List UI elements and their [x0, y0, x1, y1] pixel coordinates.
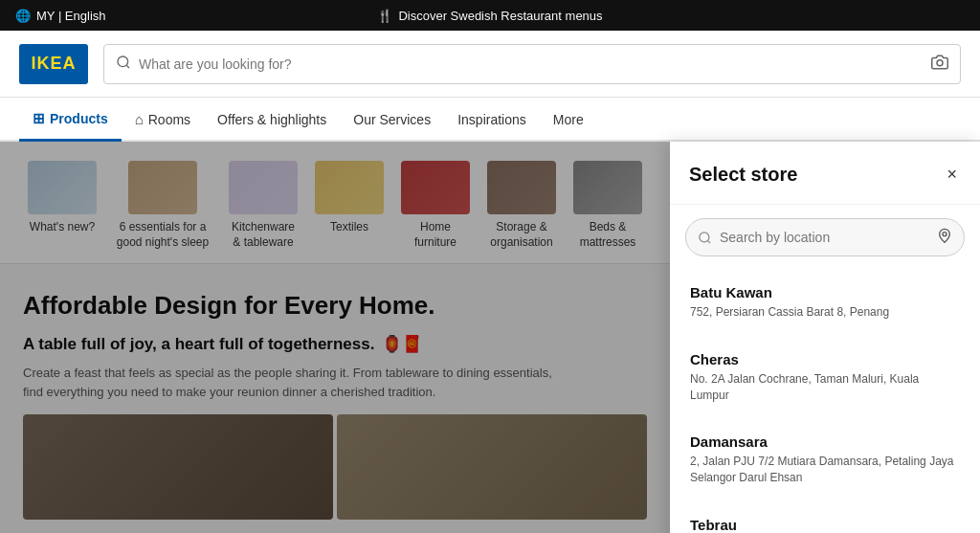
- svg-line-4: [707, 240, 710, 243]
- store-panel: Select store × Batu Kawan 752, Persiaran…: [670, 142, 980, 533]
- store-item[interactable]: Cheras No. 2A Jalan Cochrane, Taman Malu…: [679, 337, 970, 418]
- store-address: No. 2A Jalan Cochrane, Taman Maluri, Kua…: [690, 371, 960, 404]
- store-list: Batu Kawan 752, Persiaran Cassia Barat 8…: [670, 270, 980, 533]
- navigation: ⊞ Products ⌂ Rooms Offers & highlights O…: [0, 98, 980, 142]
- store-item[interactable]: Tebrau No: 33, Jalan Harmonium,, Taman D…: [679, 502, 970, 533]
- announcement-bar: 🌐 MY | English 🍴 Discover Swedish Restau…: [0, 0, 980, 31]
- main-area: What's new? 6 essentials for a good nigh…: [0, 142, 980, 533]
- header: IKEA: [0, 31, 980, 98]
- nav-label-more: More: [553, 112, 584, 127]
- nav-item-more[interactable]: More: [540, 100, 597, 142]
- products-icon: ⊞: [33, 110, 45, 127]
- ikea-logo[interactable]: IKEA: [19, 44, 88, 84]
- store-name: Batu Kawan: [690, 284, 960, 300]
- globe-icon: 🌐: [15, 9, 31, 23]
- location-pin-icon[interactable]: [937, 228, 952, 247]
- nav-label-inspirations: Inspirations: [457, 112, 526, 127]
- close-button[interactable]: ×: [943, 161, 961, 189]
- language-label: MY | English: [36, 9, 106, 23]
- search-input[interactable]: [139, 56, 924, 72]
- nav-item-offers[interactable]: Offers & highlights: [204, 100, 340, 142]
- promo-text: Discover Swedish Restaurant menus: [398, 9, 602, 23]
- store-item[interactable]: Damansara 2, Jalan PJU 7/2 Mutiara Daman…: [679, 419, 970, 500]
- store-item[interactable]: Batu Kawan 752, Persiaran Cassia Barat 8…: [679, 270, 970, 335]
- store-name: Damansara: [690, 433, 960, 450]
- nav-item-products[interactable]: ⊞ Products: [19, 99, 122, 142]
- camera-icon[interactable]: [931, 54, 948, 75]
- panel-title: Select store: [689, 164, 797, 186]
- nav-item-inspirations[interactable]: Inspirations: [444, 100, 540, 142]
- promo-banner: 🍴 Discover Swedish Restaurant menus: [377, 9, 602, 23]
- svg-point-3: [700, 232, 709, 241]
- overlay: [0, 142, 670, 533]
- main-content: What's new? 6 essentials for a good nigh…: [0, 142, 670, 533]
- location-search-bar[interactable]: [685, 218, 965, 256]
- search-icon: [116, 55, 131, 74]
- rooms-icon: ⌂: [135, 111, 144, 127]
- store-name: Cheras: [690, 351, 960, 367]
- fork-icon: 🍴: [377, 9, 392, 23]
- svg-point-5: [943, 233, 947, 236]
- nav-label-services: Our Services: [353, 112, 431, 127]
- store-name: Tebrau: [690, 517, 960, 533]
- store-address: 2, Jalan PJU 7/2 Mutiara Damansara, Peta…: [690, 454, 960, 486]
- nav-label-offers: Offers & highlights: [217, 112, 326, 127]
- nav-label-rooms: Rooms: [148, 112, 190, 127]
- language-selector[interactable]: 🌐 MY | English: [15, 9, 106, 23]
- svg-point-2: [937, 59, 943, 65]
- search-location-icon: [698, 231, 712, 245]
- location-search-input[interactable]: [720, 230, 929, 245]
- nav-item-rooms[interactable]: ⌂ Rooms: [122, 100, 204, 142]
- nav-label-products: Products: [50, 111, 108, 126]
- search-bar[interactable]: [103, 44, 961, 84]
- nav-item-services[interactable]: Our Services: [340, 100, 444, 142]
- store-address: 752, Persiaran Cassia Barat 8, Penang: [690, 304, 960, 321]
- svg-point-0: [118, 56, 128, 67]
- panel-header: Select store ×: [670, 142, 980, 205]
- svg-line-1: [126, 65, 129, 68]
